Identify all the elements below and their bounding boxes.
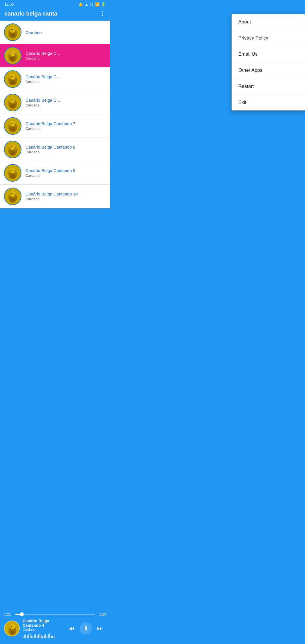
dropdown-overlay[interactable]: About Privacy Policy Email Us Other Apps… xyxy=(0,0,110,251)
